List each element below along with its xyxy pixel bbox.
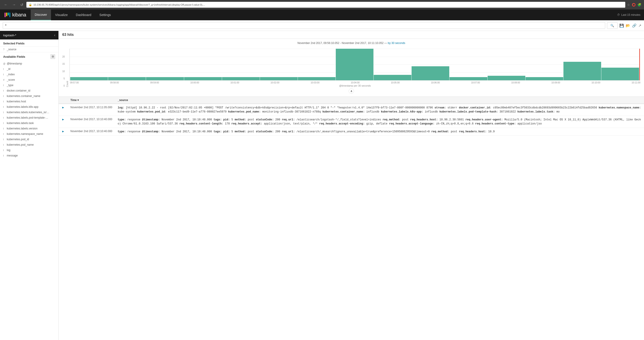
- bar-7[interactable]: [298, 77, 336, 80]
- table-row: ▶ November 2nd 2017, 10:11:05.000 log: […: [59, 104, 644, 116]
- browser-chrome: ← → ↺ 🔒 10.236.65.76:8085/api/v1/proxy/n…: [0, 0, 644, 9]
- expand-row-button-2[interactable]: ▶: [62, 118, 65, 121]
- logo-bar-4: [9, 13, 10, 17]
- expand-col-header: [59, 97, 68, 104]
- bar-8[interactable]: [336, 49, 374, 80]
- results-area: Time ▾ _source ▶ November: [59, 97, 644, 340]
- field-k8s-labels-task[interactable]: t kubernetes.labels.task: [0, 120, 58, 126]
- field-name-score: _score: [7, 78, 15, 81]
- field-log[interactable]: t log: [0, 147, 58, 153]
- field-name-k8s-host: kubernetes.host: [7, 100, 26, 103]
- forward-button[interactable]: →: [11, 2, 17, 7]
- available-fields-title: Available Fields: [3, 55, 25, 58]
- x-label-8: 10:04:00: [351, 81, 360, 84]
- bar-13[interactable]: [526, 77, 563, 80]
- gear-button[interactable]: ⚙: [50, 54, 55, 59]
- x-axis-title: @timestamp per 30 seconds: [70, 84, 640, 87]
- sidebar-collapse-button[interactable]: ‹: [54, 33, 55, 37]
- bar-2[interactable]: [108, 77, 146, 80]
- new-window-icon[interactable]: ↗: [638, 23, 641, 28]
- field-name-index: _index: [7, 73, 15, 76]
- dash-separator: —: [384, 41, 388, 45]
- nav-visualize[interactable]: Visualize: [51, 9, 72, 20]
- expand-row-button-3[interactable]: ▶: [62, 130, 65, 133]
- field-name-k8s-labels-app: kubernetes.labels.k8s-app: [7, 105, 38, 108]
- search-bar: 🔍 💾 📂 🔗 ↗: [0, 20, 644, 31]
- field-name-k8s-pod-name: kubernetes.pod_name: [7, 143, 34, 146]
- field-message[interactable]: t message: [0, 153, 58, 158]
- bar-14[interactable]: [564, 62, 601, 80]
- available-fields-list: @ @timestamp t _id t _index # _score t _…: [0, 61, 58, 158]
- chart-inner: 09:57:00 09:58:00 09:59:00 10:00:00 10:0…: [70, 49, 640, 87]
- bar-10[interactable]: [412, 66, 449, 80]
- field-name-timestamp: @timestamp: [7, 62, 22, 65]
- x-labels: 09:57:00 09:58:00 09:59:00 10:00:00 10:0…: [70, 80, 640, 84]
- selected-field-source[interactable]: ? _source: [0, 47, 58, 52]
- field-name-message: message: [7, 154, 18, 157]
- logo-bar-2: [6, 13, 7, 16]
- time-cell-1: November 2nd 2017, 10:11:05.000: [68, 104, 115, 116]
- source-col-label: _source: [118, 98, 128, 102]
- expand-row-button-1[interactable]: ▶: [62, 106, 65, 109]
- index-name: logstash-*: [3, 33, 16, 37]
- clock-icon: ⏱: [617, 13, 620, 16]
- x-label-3: 09:59:00: [150, 81, 159, 84]
- search-button[interactable]: 🔍: [607, 22, 618, 29]
- field-k8s-container-name[interactable]: t kubernetes.container_name: [0, 93, 58, 99]
- bookmark-icon[interactable]: ☆: [627, 3, 630, 6]
- back-button[interactable]: ←: [3, 2, 9, 7]
- bar-4[interactable]: [184, 77, 222, 80]
- bar-6[interactable]: [260, 77, 298, 80]
- field-timestamp[interactable]: @ @timestamp: [0, 61, 58, 66]
- y-axis-label: Count: [66, 81, 68, 87]
- x-label-4: 10:00:00: [190, 81, 199, 84]
- reload-button[interactable]: ↺: [19, 2, 24, 7]
- time-column-header[interactable]: Time ▾: [68, 97, 115, 104]
- field-k8s-labels-k8s-app[interactable]: t kubernetes.labels.k8s-app: [0, 104, 58, 110]
- nav-discover[interactable]: Discover: [31, 9, 51, 20]
- time-cell-2: November 2nd 2017, 10:10:40.000: [68, 116, 115, 128]
- field-type-badge: ?: [3, 48, 6, 51]
- x-label-11: 10:07:00: [471, 81, 480, 84]
- field-k8s-pod-id[interactable]: t kubernetes.pod_id: [0, 137, 58, 142]
- source-value-2: type: response @timestamp: November 2nd …: [118, 118, 641, 125]
- bar-3[interactable]: [146, 77, 184, 80]
- nav-dashboard[interactable]: Dashboard: [72, 9, 96, 20]
- bar-1[interactable]: [70, 77, 108, 80]
- field-docker-container-id[interactable]: t docker.container_id: [0, 88, 58, 93]
- source-cell-2: type: response @timestamp: November 2nd …: [115, 116, 644, 128]
- time-value-3: November 2nd 2017, 10:10:40.000: [70, 130, 112, 133]
- bar-9[interactable]: [374, 75, 411, 80]
- save-icon[interactable]: 💾: [620, 23, 624, 28]
- search-input[interactable]: [3, 22, 605, 29]
- bar-12[interactable]: [488, 76, 525, 80]
- field-k8s-labels-pod-template[interactable]: t kubernetes.labels.pod-template-ha...: [0, 115, 58, 120]
- field-k8s-labels-io[interactable]: t kubernetes.labels.kubernetes_io/cl...: [0, 110, 58, 115]
- by-seconds-link[interactable]: by 30 seconds: [388, 41, 405, 45]
- bar-15[interactable]: [601, 68, 639, 80]
- kibana-header: kibana Discover Visualize Dashboard Sett…: [0, 9, 644, 20]
- field-type[interactable]: t _type: [0, 82, 58, 88]
- opera-icon[interactable]: ⭕: [632, 3, 636, 6]
- field-id[interactable]: t _id: [0, 66, 58, 72]
- content-area: 63 hits November 2nd 2017, 09:56:10.052 …: [59, 31, 644, 340]
- field-k8s-namespace[interactable]: t kubernetes.namespace_name: [0, 131, 58, 137]
- field-k8s-labels-version[interactable]: t kubernetes.labels.version: [0, 126, 58, 131]
- selected-fields-title: Selected Fields: [0, 39, 58, 47]
- field-index[interactable]: t _index: [0, 72, 58, 77]
- load-icon[interactable]: 📂: [626, 23, 630, 28]
- url-bar[interactable]: 🔒 10.236.65.76:8085/api/v1/proxy/namespa…: [26, 2, 625, 8]
- nav-settings[interactable]: Settings: [96, 9, 115, 20]
- bar-11[interactable]: [450, 77, 487, 80]
- x-label-1: 09:57:00: [70, 81, 79, 84]
- x-label-14: 10:10:00: [592, 81, 600, 84]
- share-icon[interactable]: 🔗: [632, 23, 636, 28]
- y-axis: 20 15 10 5 0: [62, 55, 66, 87]
- field-score[interactable]: # _score: [0, 77, 58, 82]
- field-name-k8s-pod-id: kubernetes.pod_id: [7, 138, 29, 141]
- extension-icon[interactable]: 🧩: [638, 3, 641, 6]
- field-k8s-host[interactable]: t kubernetes.host: [0, 99, 58, 104]
- field-k8s-pod-name[interactable]: t kubernetes.pod_name: [0, 142, 58, 147]
- bar-5[interactable]: [222, 77, 260, 80]
- chart-collapse-button[interactable]: ∧: [349, 88, 354, 94]
